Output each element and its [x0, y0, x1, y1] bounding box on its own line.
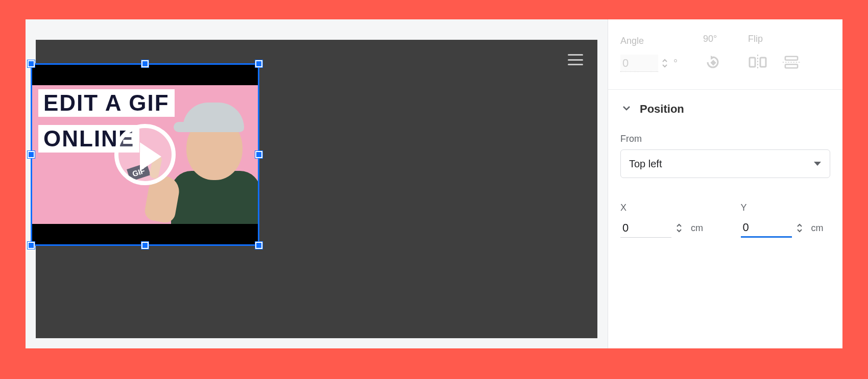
position-section-header[interactable]: Position [608, 90, 842, 121]
flip-label: Flip [748, 34, 801, 44]
degree-symbol: ° [673, 58, 678, 69]
resize-handle-br[interactable] [255, 242, 262, 249]
rotate-section: Angle ° 90° [608, 19, 842, 90]
svg-rect-2 [750, 58, 755, 67]
selected-video-object[interactable]: EDIT A GIF ONLINE GIF [31, 63, 259, 246]
resize-handle-bm[interactable] [141, 242, 149, 249]
chevron-down-icon [620, 102, 633, 116]
thumb-text-1: EDIT A GIF [38, 89, 175, 117]
angle-label: Angle [620, 36, 678, 46]
resize-handle-bl[interactable] [28, 242, 35, 249]
resize-handle-tl[interactable] [28, 60, 35, 67]
x-unit: cm [691, 223, 703, 234]
flip-horizontal-icon[interactable] [748, 53, 767, 72]
y-input[interactable] [741, 218, 792, 238]
resize-handle-tm[interactable] [141, 60, 149, 67]
angle-input[interactable] [620, 55, 658, 72]
app-frame: Slides. EDIT A GIF ONLINE GIF [26, 19, 842, 348]
y-stepper[interactable] [796, 223, 803, 233]
svg-rect-0 [710, 60, 716, 65]
flip-vertical-icon[interactable] [782, 53, 801, 72]
canvas-pane[interactable]: Slides. EDIT A GIF ONLINE GIF [26, 19, 608, 348]
x-stepper[interactable] [676, 223, 683, 233]
caret-down-icon [813, 161, 822, 166]
ninety-label: 90° [703, 34, 722, 44]
from-value: Top left [629, 158, 662, 170]
svg-rect-6 [785, 64, 798, 68]
y-label: Y [741, 203, 831, 213]
resize-handle-rm[interactable] [255, 151, 262, 158]
svg-rect-3 [760, 58, 766, 67]
x-label: X [620, 203, 710, 213]
svg-rect-5 [785, 57, 798, 60]
rotate-90-icon[interactable] [703, 53, 722, 72]
hamburger-icon[interactable] [568, 54, 583, 65]
from-label: From [620, 134, 830, 144]
play-icon[interactable] [114, 124, 176, 185]
position-title: Position [640, 103, 684, 116]
resize-handle-tr[interactable] [255, 60, 262, 67]
position-form: From Top left X cm [608, 121, 842, 250]
y-unit: cm [811, 223, 824, 234]
video-thumbnail: EDIT A GIF ONLINE GIF [32, 85, 258, 224]
from-select[interactable]: Top left [620, 149, 830, 178]
resize-handle-lm[interactable] [28, 151, 35, 158]
x-input[interactable] [620, 218, 671, 238]
slide[interactable]: Slides. EDIT A GIF ONLINE GIF [36, 40, 597, 338]
angle-stepper[interactable] [661, 58, 668, 68]
properties-panel: Angle ° 90° [608, 19, 842, 348]
